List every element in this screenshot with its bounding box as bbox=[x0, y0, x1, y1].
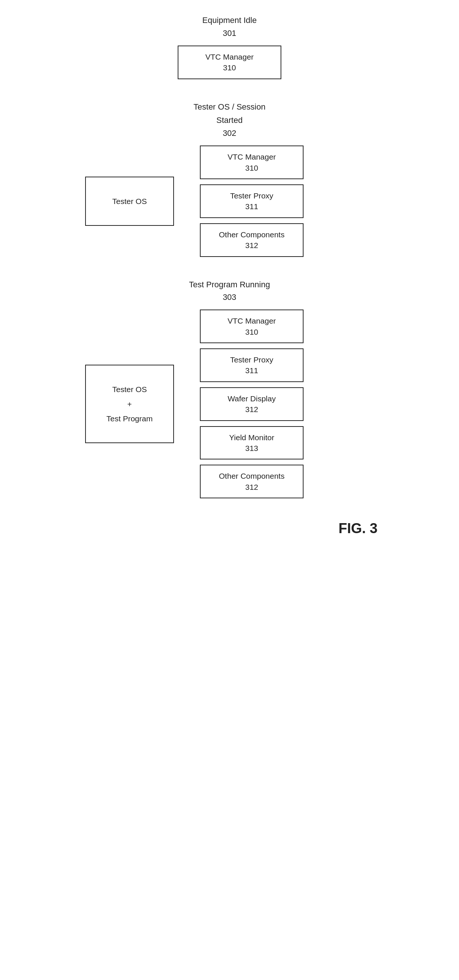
section1-number: 301 bbox=[223, 29, 237, 38]
yield-monitor-label: Yield Monitor bbox=[208, 432, 295, 443]
tester-os-box-2: Tester OS bbox=[85, 177, 174, 226]
tester-os-label-2: Tester OS bbox=[93, 196, 166, 207]
tester-proxy-box-3: Tester Proxy 311 bbox=[200, 348, 303, 382]
section3-number: 303 bbox=[189, 293, 270, 302]
yield-monitor-number: 313 bbox=[208, 443, 295, 453]
tester-proxy-label-2: Tester Proxy bbox=[208, 190, 295, 201]
fig-label: FIG. 3 bbox=[81, 520, 378, 536]
other-components-number-2: 312 bbox=[208, 240, 295, 251]
other-components-box-2: Other Components 312 bbox=[200, 223, 303, 257]
other-components-number-3: 312 bbox=[208, 482, 295, 492]
section1-label: Equipment Idle bbox=[202, 15, 257, 26]
section1-equipment-idle: Equipment Idle 301 VTC Manager 310 bbox=[178, 15, 281, 79]
section3-label: Test Program Running bbox=[189, 279, 270, 291]
section3-left-col: Tester OS + Test Program bbox=[81, 365, 178, 443]
other-components-label-2: Other Components bbox=[208, 229, 295, 240]
tester-os-plus: + bbox=[93, 399, 166, 409]
section3-row: Tester OS + Test Program VTC Manager 310… bbox=[81, 310, 378, 498]
vtc-manager-box-1: VTC Manager 310 bbox=[178, 46, 281, 79]
section3-test-program-running: Test Program Running 303 Tester OS + Tes… bbox=[81, 279, 378, 499]
tester-proxy-box-2: Tester Proxy 311 bbox=[200, 185, 303, 218]
section2-row: Tester OS VTC Manager 310 Tester Proxy 3… bbox=[81, 145, 378, 256]
yield-monitor-box: Yield Monitor 313 bbox=[200, 426, 303, 460]
section3-right-col: VTC Manager 310 Tester Proxy 311 Wafer D… bbox=[200, 310, 303, 498]
tester-proxy-number-2: 311 bbox=[208, 201, 295, 212]
vtc-manager-box-2: VTC Manager 310 bbox=[200, 145, 303, 179]
section2-label: Tester OS / Session bbox=[194, 102, 265, 113]
other-components-label-3: Other Components bbox=[208, 471, 295, 481]
test-program-label: Test Program bbox=[93, 413, 166, 424]
tester-proxy-label-3: Tester Proxy bbox=[208, 354, 295, 365]
vtc-manager-number-3: 310 bbox=[208, 326, 295, 337]
section2-right-col: VTC Manager 310 Tester Proxy 311 Other C… bbox=[200, 145, 303, 256]
vtc-manager-label-2: VTC Manager bbox=[208, 151, 295, 162]
section2-tester-os-session: Tester OS / Session Started 302 Tester O… bbox=[81, 102, 378, 257]
tester-os-label-3: Tester OS bbox=[93, 384, 166, 395]
vtc-manager-number-2: 310 bbox=[208, 162, 295, 173]
other-components-box-3: Other Components 312 bbox=[200, 465, 303, 498]
section2-number: 302 bbox=[194, 129, 265, 138]
vtc-manager-box-3: VTC Manager 310 bbox=[200, 310, 303, 343]
section2-label2: Started bbox=[194, 115, 265, 126]
vtc-manager-label-1: VTC Manager bbox=[186, 51, 273, 62]
tester-proxy-number-3: 311 bbox=[208, 365, 295, 376]
wafer-display-label: Wafer Display bbox=[208, 393, 295, 404]
tester-os-test-program-box: Tester OS + Test Program bbox=[85, 365, 174, 443]
wafer-display-number: 312 bbox=[208, 404, 295, 415]
section2-left-col: Tester OS bbox=[81, 177, 178, 226]
vtc-manager-label-3: VTC Manager bbox=[208, 315, 295, 326]
wafer-display-box: Wafer Display 312 bbox=[200, 387, 303, 421]
vtc-manager-number-1: 310 bbox=[186, 62, 273, 73]
